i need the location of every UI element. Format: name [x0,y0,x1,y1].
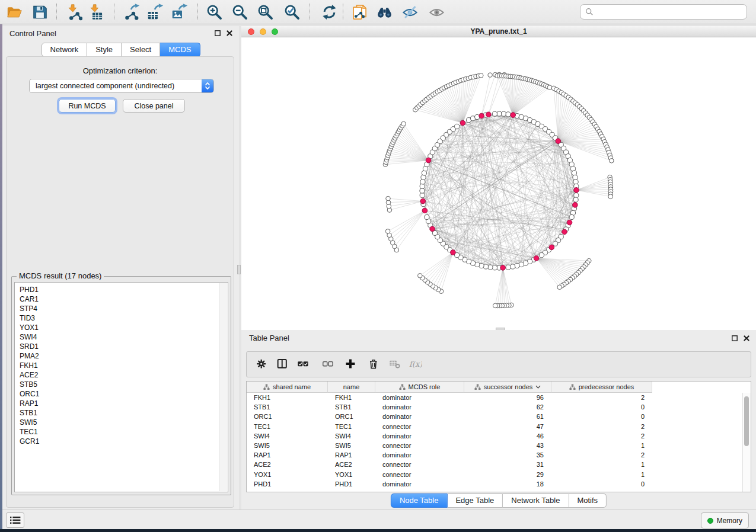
mcds-result-node[interactable]: SWI5 [20,418,39,427]
mcds-result-node[interactable]: SRD1 [20,342,39,351]
tab-motifs[interactable]: Motifs [569,493,607,508]
graph-ring-node[interactable] [573,175,578,180]
graph-leaf-node[interactable] [608,194,613,199]
mcds-result-node[interactable]: ACE2 [20,370,39,380]
export-image-icon[interactable] [171,4,188,21]
memory-button[interactable]: Memory [701,512,749,528]
graph-leaf-node[interactable] [479,73,483,78]
import-table-icon[interactable] [87,4,104,21]
graph-ring-node[interactable] [539,253,544,258]
table-row[interactable]: ORC1ORC1dominator610 [247,412,652,421]
graph-leaf-node[interactable] [418,274,423,278]
mcds-result-node[interactable]: CAR1 [20,294,39,304]
graph-mcds-node[interactable] [486,112,492,117]
graph-mcds-node[interactable] [420,198,426,204]
graph-mcds-node[interactable] [556,139,561,144]
graph-ring-node[interactable] [574,193,579,198]
mcds-result-node[interactable]: STB5 [20,380,39,389]
graph-mcds-node[interactable] [451,250,456,255]
vertical-splitter-handle[interactable] [237,265,241,274]
tab-select[interactable]: Select [122,43,160,57]
graph-mcds-node[interactable] [500,265,506,271]
zoom-selected-icon[interactable] [283,4,301,21]
graph-ring-node[interactable] [421,175,426,180]
graph-ring-node[interactable] [483,264,488,269]
deselect-all-rows-icon[interactable] [322,358,336,371]
save-session-icon[interactable] [31,4,49,21]
close-panel-icon[interactable] [226,30,233,37]
graph-ring-node[interactable] [506,265,511,270]
graph-mcds-node[interactable] [430,226,435,232]
mcds-result-scrollbar[interactable] [219,283,227,491]
mcds-result-node[interactable]: STP4 [20,304,39,313]
graph-ring-node[interactable] [506,112,511,117]
graph-ring-node[interactable] [502,111,506,116]
graph-mcds-node[interactable] [460,120,465,126]
graph-leaf-node[interactable] [547,85,552,90]
clone-network-icon[interactable] [351,4,368,21]
table-settings-gear-icon[interactable] [256,358,269,371]
graph-mcds-node[interactable] [573,203,578,208]
optimization-criterion-select[interactable]: largest connected component (undirected) [29,79,214,93]
table-row[interactable]: YOX1YOX1connector291 [247,470,652,479]
show-columns-icon[interactable] [276,358,290,371]
mcds-result-node[interactable]: PMA2 [20,351,39,361]
node-table[interactable]: shared namenameMCDS rolesuccessor nodesp… [246,381,751,492]
table-row[interactable]: SWI5SWI5connector431 [247,441,652,450]
table-row[interactable]: TEC1TEC1connector472 [247,422,652,431]
table-scrollbar-thumb[interactable] [744,396,749,446]
graph-leaf-node[interactable] [557,285,562,290]
tab-style[interactable]: Style [87,43,122,57]
graph-ring-node[interactable] [573,180,578,184]
mcds-result-node[interactable]: STB1 [20,408,39,418]
graph-ring-node[interactable] [492,265,497,270]
graph-ring-node[interactable] [515,263,519,268]
tab-edge-table[interactable]: Edge Table [447,493,503,508]
run-mcds-button[interactable]: Run MCDS [59,99,116,113]
mcds-result-node[interactable]: FKH1 [20,361,39,370]
delete-column-icon[interactable] [368,358,381,371]
mcds-result-node[interactable]: YOX1 [20,323,39,332]
graph-ring-node[interactable] [488,265,493,270]
zoom-in-icon[interactable] [206,4,223,21]
table-scrollbar[interactable] [742,393,751,492]
table-row[interactable]: FKH1FKH1dominator962 [247,393,652,402]
import-network-icon[interactable] [65,4,82,21]
refresh-layout-icon[interactable] [321,4,338,21]
column-header-MCDS-role[interactable]: MCDS role [375,382,464,393]
tab-mcds[interactable]: MCDS [160,43,200,57]
tab-network[interactable]: Network [41,43,87,57]
close-panel-icon[interactable] [743,335,750,342]
column-header-successor-nodes[interactable]: successor nodes [464,382,551,393]
mcds-result-node[interactable]: ORC1 [20,389,39,399]
graph-mcds-node[interactable] [549,245,554,250]
tab-node-table[interactable]: Node Table [391,493,448,508]
graph-ring-node[interactable] [420,193,425,198]
graph-leaf-node[interactable] [385,229,390,234]
graph-mcds-node[interactable] [562,229,567,235]
select-all-rows-icon[interactable] [297,358,311,371]
graph-mcds-node[interactable] [534,256,539,261]
float-panel-icon[interactable] [214,30,221,37]
table-row[interactable]: SWI4SWI4dominator462 [247,431,652,441]
graph-ring-node[interactable] [425,214,429,219]
tab-network-table[interactable]: Network Table [503,493,569,508]
search-box[interactable] [580,4,747,20]
mcds-result-node[interactable]: TID3 [20,313,39,323]
table-row[interactable]: RAP1RAP1dominator352 [247,450,652,460]
export-table-icon[interactable] [146,4,164,21]
graph-mcds-node[interactable] [426,158,431,163]
export-network-icon[interactable] [123,4,140,21]
graph-ring-node[interactable] [420,180,425,184]
graph-leaf-node[interactable] [488,73,493,78]
close-panel-button[interactable]: Close panel [123,99,185,113]
graph-ring-node[interactable] [573,197,578,202]
column-header-name[interactable]: name [328,382,375,393]
table-row[interactable]: PHD1PHD1dominator180 [247,479,652,489]
zoom-fit-icon[interactable] [257,4,274,21]
graph-leaf-node[interactable] [386,196,391,201]
network-window-titlebar[interactable]: YPA_prune.txt_1 [241,26,756,37]
network-view-canvas[interactable] [241,37,756,330]
table-row[interactable]: ACE2ACE2connector311 [247,460,652,469]
graph-mcds-node[interactable] [567,220,572,225]
